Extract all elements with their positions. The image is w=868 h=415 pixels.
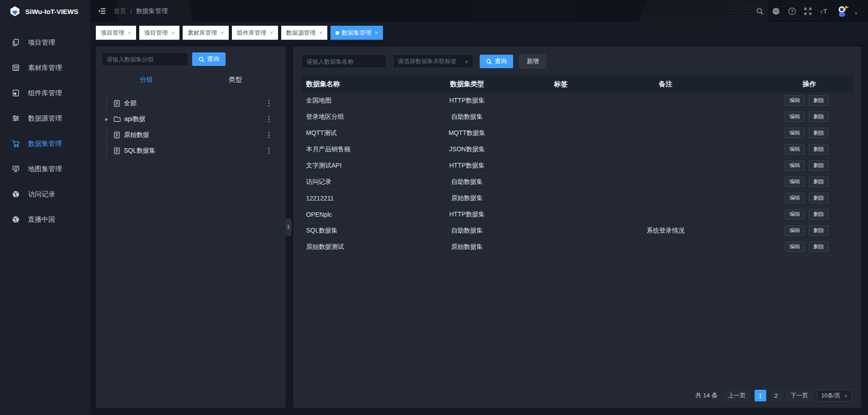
delete-button[interactable]: 删除 [809, 95, 829, 106]
next-page-button[interactable]: 下一页 [786, 390, 813, 401]
delete-button[interactable]: 删除 [809, 128, 829, 138]
dataset-name-input[interactable] [302, 55, 387, 68]
delete-button[interactable]: 删除 [809, 193, 829, 203]
edit-button[interactable]: 编辑 [785, 225, 805, 236]
help-icon[interactable]: ? [788, 7, 796, 15]
sidebar-item-material[interactable]: 素材库管理 [0, 55, 90, 80]
add-dataset-button[interactable]: 新增 [519, 55, 546, 68]
tree-item-sql-dataset[interactable]: SQL数据集 ⋮ [102, 143, 280, 159]
avatar[interactable] [836, 5, 850, 18]
github-icon[interactable] [772, 7, 780, 15]
sidebar-item-atlas[interactable]: 地图集管理 [0, 156, 90, 182]
tab-project-1[interactable]: 项目管理 × [96, 26, 136, 40]
more-actions-icon[interactable]: ⋮ [265, 147, 273, 154]
breadcrumb-home[interactable]: 首页 [113, 7, 126, 15]
more-actions-icon[interactable]: ⋮ [265, 100, 273, 107]
sidebar-item-live-china[interactable]: 直播中国 [0, 207, 90, 232]
cell-name: 原始数据测试 [302, 243, 423, 251]
edit-button[interactable]: 编辑 [785, 95, 805, 106]
delete-button[interactable]: 删除 [809, 225, 829, 236]
cell-name: 文字测试API [302, 162, 423, 170]
close-icon[interactable]: × [221, 30, 224, 36]
sidebar-item-label: 数据集管理 [28, 140, 62, 148]
table-row: 原始数据测试 原始数据集 编辑 删除 [302, 239, 853, 255]
edit-button[interactable]: 编辑 [785, 177, 805, 187]
tree-item-api-data[interactable]: ▶ api数据 ⋮ [102, 111, 280, 127]
font-size-icon[interactable]: T T [820, 7, 829, 15]
header-decor-slant [488, 0, 769, 22]
more-actions-icon[interactable]: ⋮ [265, 116, 273, 123]
close-icon[interactable]: × [128, 30, 131, 36]
folder-icon [113, 116, 121, 122]
tree-item-all[interactable]: 全部 ⋮ [102, 95, 280, 111]
edit-button[interactable]: 编辑 [785, 128, 805, 138]
page-size-select[interactable]: 10条/页 ∨ [817, 390, 852, 401]
cell-type: MQTT数据集 [423, 129, 511, 137]
cell-type: 自助数据集 [423, 227, 511, 235]
table-row: 全国地图 HTTP数据集 编辑 删除 [302, 93, 853, 109]
sliders-icon [12, 114, 20, 122]
close-icon[interactable]: × [171, 30, 175, 36]
edit-button[interactable]: 编辑 [785, 112, 805, 122]
edit-button[interactable]: 编辑 [785, 209, 805, 219]
delete-button[interactable]: 删除 [809, 160, 829, 171]
group-search-input[interactable] [102, 52, 188, 66]
dataset-table: 数据集名称 数据集类型 标签 备注 操作 全国地图 HTTP数据集 编辑 删除 … [302, 75, 853, 255]
dataset-tag-select-placeholder: 请选择数据集关联标签 [398, 57, 457, 65]
sidebar-item-project[interactable]: 项目管理 [0, 30, 90, 55]
page-button-2[interactable]: 2 [770, 390, 782, 401]
panel-resize-handle[interactable]: ‖ [285, 218, 292, 236]
tab-project-2[interactable]: 项目管理 × [139, 26, 179, 40]
tab-label: 项目管理 [144, 29, 168, 37]
expand-caret-icon[interactable]: ▶ [103, 117, 110, 121]
logo-row[interactable]: SiWu-IoT-VIEWS [0, 0, 90, 23]
delete-button[interactable]: 删除 [809, 209, 829, 219]
tab-datasource[interactable]: 数据源管理 × [281, 26, 327, 40]
tab-group[interactable]: 分组 [102, 75, 191, 84]
fullscreen-icon[interactable] [804, 7, 812, 15]
tab-component[interactable]: 组件库管理 × [232, 26, 278, 40]
group-search-button[interactable]: 查询 [192, 52, 226, 66]
dataset-search-button-label: 查询 [495, 57, 507, 65]
sidebar-item-label: 地图集管理 [28, 165, 62, 173]
component-icon [12, 89, 20, 97]
delete-button[interactable]: 删除 [809, 144, 829, 154]
delete-button[interactable]: 删除 [809, 177, 829, 187]
sidebar-collapse-icon[interactable] [98, 7, 106, 15]
tab-dataset[interactable]: 数据集管理 × [330, 26, 383, 40]
sidebar-item-access-log[interactable]: 访问记录 [0, 182, 90, 207]
more-actions-icon[interactable]: ⋮ [265, 131, 273, 139]
cell-type: HTTP数据集 [423, 162, 511, 170]
dataset-tag-select[interactable]: 请选择数据集关联标签 ∨ [393, 55, 473, 68]
tab-material[interactable]: 素材库管理 × [183, 26, 229, 40]
sidebar: SiWu-IoT-VIEWS 项目管理 素材库管理 [0, 0, 90, 415]
tab-type[interactable]: 类型 [191, 75, 280, 84]
col-header-action: 操作 [721, 80, 853, 89]
close-icon[interactable]: × [375, 30, 378, 36]
sidebar-item-datasource[interactable]: 数据源管理 [0, 106, 90, 131]
tab-label: 数据集管理 [342, 29, 371, 37]
close-icon[interactable]: × [319, 30, 322, 36]
header-actions: ? T T ▾ [756, 0, 857, 22]
search-icon[interactable] [756, 7, 764, 15]
delete-button[interactable]: 删除 [809, 242, 829, 252]
delete-button[interactable]: 删除 [809, 112, 829, 122]
cell-name: 访问记录 [302, 178, 423, 186]
sidebar-item-label: 访问记录 [28, 190, 55, 199]
sidebar-item-component[interactable]: 组件库管理 [0, 80, 90, 106]
tree-item-label: api数据 [124, 115, 265, 123]
edit-button[interactable]: 编辑 [785, 144, 805, 154]
tree-item-label: SQL数据集 [124, 147, 265, 155]
prev-page-button[interactable]: 上一页 [724, 390, 750, 401]
edit-button[interactable]: 编辑 [785, 242, 805, 252]
tab-label: 组件库管理 [237, 29, 266, 37]
dataset-search-button[interactable]: 查询 [480, 55, 513, 68]
sidebar-item-dataset[interactable]: 数据集管理 [0, 131, 90, 156]
edit-button[interactable]: 编辑 [785, 193, 805, 203]
avatar-dropdown-caret[interactable]: ▾ [855, 11, 857, 16]
tree-item-raw-data[interactable]: 原始数据 ⋮ [102, 127, 280, 143]
close-icon[interactable]: × [270, 30, 273, 36]
page-button-1[interactable]: 1 [755, 390, 766, 401]
edit-button[interactable]: 编辑 [785, 160, 805, 171]
sidebar-menu: 项目管理 素材库管理 组件库管理 [0, 30, 90, 232]
